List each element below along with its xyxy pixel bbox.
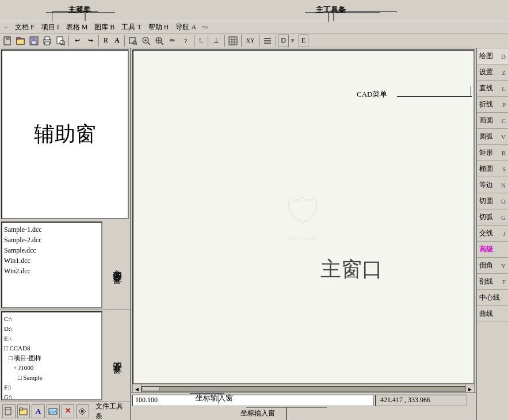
sep8 <box>259 35 259 47</box>
tree-item[interactable]: C:\ <box>4 314 100 324</box>
tree-item[interactable]: F:\ <box>4 383 100 392</box>
toolbar-coord[interactable]: XY <box>243 35 257 47</box>
tree-item[interactable]: □ CCAD8 <box>4 343 100 353</box>
hscroll-track[interactable] <box>142 386 465 392</box>
cad-menu-spline[interactable]: 曲线 <box>477 306 508 322</box>
ftb-open[interactable] <box>17 404 30 418</box>
tree-item[interactable]: □ 项目-图样 <box>9 353 100 363</box>
cad-menu-tan-circle[interactable]: 切圆 O <box>477 193 508 209</box>
toolbar-zoom-win[interactable] <box>127 35 139 47</box>
toolbar-save[interactable] <box>28 35 40 47</box>
toolbar-help[interactable]: ? <box>179 35 192 47</box>
menu-project[interactable]: 项目 I <box>38 22 63 33</box>
toolbar-print[interactable] <box>41 35 54 47</box>
cad-menu-arc[interactable]: 圆弧 V <box>477 129 508 145</box>
cad-item-key: O <box>501 198 506 205</box>
menu-doc[interactable]: 文档 F <box>12 22 38 33</box>
tree-item[interactable]: E:\ <box>4 334 100 343</box>
tree-content[interactable]: C:\ D:\ E:\ □ CCAD8 □ 项目-图样 + J1000 □ Sa… <box>1 311 102 400</box>
tree-item[interactable]: □ Sample <box>18 373 100 383</box>
toolbar-exclaim[interactable]: !. <box>196 35 206 47</box>
cad-item-key: Y <box>501 262 506 269</box>
toolbar-new[interactable] <box>1 35 14 47</box>
toolbar-grid[interactable] <box>227 35 239 47</box>
cad-menu-intersect[interactable]: 交线 J <box>477 226 508 242</box>
cad-menu-tan-arc[interactable]: 切弧 G <box>477 209 508 226</box>
file-item[interactable]: Win2.dcc <box>4 266 100 276</box>
file-toolbar-label: 文件工具条 <box>96 402 128 421</box>
tree-item[interactable]: D:\ <box>4 324 100 334</box>
toolbar-redo[interactable]: ↪ <box>84 35 97 47</box>
coord-input[interactable] <box>132 395 374 406</box>
file-item[interactable]: Sample-1.dcc <box>4 224 100 235</box>
cad-menu-centerline[interactable]: 中心线 <box>477 290 508 306</box>
cad-item-key: P <box>502 101 506 108</box>
cad-menu-chamfer[interactable]: 倒角 Y <box>477 258 508 274</box>
tree-panel-right-label: 管理窗 <box>104 310 130 402</box>
coord-display: 421.417 , 333.966 <box>375 395 467 406</box>
cad-menu-hatch[interactable]: 剖线 F <box>477 274 508 290</box>
toolbar-layers[interactable] <box>261 35 274 47</box>
zoom-win-icon <box>128 36 137 45</box>
ftb-props-icon <box>78 407 87 416</box>
file-item[interactable]: Win1.dcc <box>4 255 100 266</box>
canvas-area: 🛡 anxz.com 主窗口 ◄ ► 421.417 , 333.966 <box>131 48 476 420</box>
cad-menu-rect[interactable]: 矩形 B <box>477 145 508 161</box>
cad-menu-circle[interactable]: 画圆 C <box>477 113 508 129</box>
annotation-lines <box>0 0 508 21</box>
toolbar-D[interactable]: D <box>278 35 289 47</box>
tree-item[interactable]: + J1000 <box>13 363 100 373</box>
file-list[interactable]: Sample-1.dcc Sample-2.dcc Sample.dcc Win… <box>1 222 102 308</box>
coord-ann-line <box>131 407 476 420</box>
cad-item-label: 圆弧 <box>479 132 493 142</box>
file-label-vert: 文件管理窗 <box>111 262 123 268</box>
svg-line-26 <box>148 43 150 45</box>
left-panel: 辅助窗 Sample-1.dcc Sample-2.dcc Sample.dcc… <box>0 48 131 420</box>
cad-menu-advanced[interactable]: 高级 <box>477 242 508 258</box>
toolbar-zoom-in[interactable] <box>140 35 152 47</box>
cad-item-label: 折线 <box>479 100 493 109</box>
main-toolbar: ↩ ↪ R A ✏ ? !. ⊥ XY D ▼ E <box>0 33 508 48</box>
sep1 <box>68 35 69 47</box>
toolbar-pencil[interactable]: ✏ <box>166 35 179 47</box>
hscroll-thumb[interactable] <box>142 387 159 391</box>
menu-nav[interactable]: 导航 A <box>172 22 200 33</box>
toolbar-undo[interactable]: ↩ <box>71 35 83 47</box>
menu-arrow-left[interactable]: ← <box>1 24 12 31</box>
toolbar-A[interactable]: A <box>112 35 123 47</box>
cad-menu-ellipse[interactable]: 椭圆 S <box>477 161 508 177</box>
toolbar-R[interactable]: R <box>101 35 111 47</box>
grid-icon <box>228 36 238 45</box>
file-item[interactable]: Sample.dcc <box>4 245 100 255</box>
menu-arrow-right[interactable]: => <box>200 24 211 31</box>
menu-tools[interactable]: 工具 T <box>118 22 144 33</box>
toolbar-perpend[interactable]: ⊥ <box>210 35 223 47</box>
menu-help[interactable]: 帮助 H <box>145 22 173 33</box>
cad-item-label: 交线 <box>479 228 493 238</box>
ftb-text[interactable]: A <box>32 404 45 418</box>
toolbar-open[interactable] <box>14 35 27 47</box>
toolbar-E[interactable]: E <box>299 35 308 47</box>
menu-table[interactable]: 表格 M <box>63 22 91 33</box>
file-item[interactable]: Sample-2.dcc <box>4 235 100 245</box>
menu-library[interactable]: 图库 B <box>91 22 118 33</box>
main-toolbar-label-text: 主工具条 <box>315 5 345 15</box>
cad-item-label: 椭圆 <box>479 164 493 174</box>
cad-menu-polyline[interactable]: 折线 P <box>477 97 508 113</box>
toolbar-preview[interactable] <box>54 35 67 47</box>
ftb-new-icon <box>4 407 13 416</box>
svg-rect-39 <box>5 407 11 415</box>
tree-item[interactable]: G:\ <box>4 392 100 400</box>
ftb-new[interactable] <box>2 404 16 418</box>
ftb-image[interactable] <box>47 404 60 418</box>
toolbar-zoom-pan[interactable] <box>153 35 166 47</box>
file-toolbar: A ✕ 文件工具条 <box>0 402 130 420</box>
ftb-props[interactable] <box>76 404 89 418</box>
ftb-close[interactable]: ✕ <box>62 404 75 418</box>
cad-item-key: N <box>501 182 506 189</box>
canvas-viewport[interactable]: 🛡 anxz.com 主窗口 <box>132 49 475 384</box>
cad-menu-settings[interactable]: 设置 Z <box>477 64 508 81</box>
cad-menu-equilateral[interactable]: 等边 N <box>477 177 508 193</box>
cad-menu-line[interactable]: 直线 L <box>477 81 508 97</box>
cad-menu-draw[interactable]: 绘图 D <box>477 48 508 64</box>
